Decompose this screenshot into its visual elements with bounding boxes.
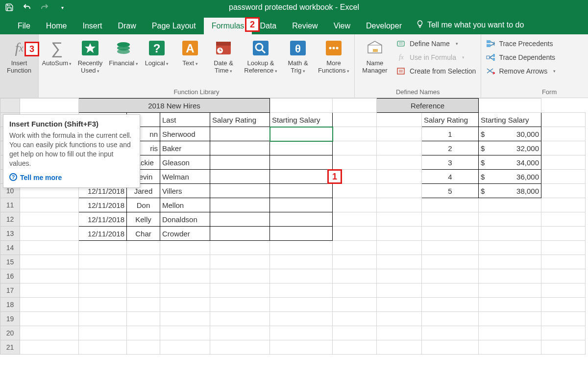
- cell[interactable]: [210, 184, 270, 198]
- name-manager-button[interactable]: Name Manager: [358, 36, 392, 75]
- ref-header-salary[interactable]: Starting Salary: [479, 113, 541, 127]
- recently-used-button[interactable]: Recently Used: [75, 36, 105, 75]
- row-header[interactable]: 20: [0, 326, 20, 340]
- cell[interactable]: [270, 141, 333, 155]
- save-icon[interactable]: [5, 3, 14, 12]
- tab-pagelayout[interactable]: Page Layout: [144, 18, 204, 34]
- cell[interactable]: [270, 227, 333, 241]
- row-header[interactable]: 21: [0, 340, 20, 355]
- cell[interactable]: [210, 155, 270, 170]
- cell[interactable]: $38,000: [479, 184, 541, 198]
- cell[interactable]: [210, 227, 270, 241]
- text-button[interactable]: A Text: [175, 36, 205, 67]
- cell[interactable]: [270, 212, 333, 227]
- cell[interactable]: $32,000: [479, 141, 541, 155]
- cell[interactable]: 5: [422, 184, 479, 198]
- redo-icon[interactable]: [40, 3, 49, 12]
- tab-developer[interactable]: Developer: [358, 18, 410, 34]
- lookup-reference-button[interactable]: Lookup & Reference: [242, 36, 280, 75]
- cell[interactable]: 12/11/2018: [79, 198, 127, 212]
- cell[interactable]: [210, 127, 270, 141]
- date-time-button[interactable]: Date & Time: [208, 36, 239, 75]
- cell[interactable]: [270, 184, 333, 198]
- trace-precedents-button[interactable]: Trace Precedents: [484, 38, 558, 49]
- cell[interactable]: Sherwood: [160, 127, 210, 141]
- tooltip-body: Work with the formula in the current cel…: [9, 131, 134, 168]
- cell[interactable]: Gleason: [160, 155, 210, 170]
- cell[interactable]: [210, 170, 270, 184]
- cell[interactable]: $34,000: [479, 155, 541, 170]
- row-header[interactable]: 13: [0, 227, 20, 241]
- svg-text:?: ?: [12, 174, 15, 180]
- header-starting-salary[interactable]: Starting Salary: [270, 113, 333, 127]
- cell[interactable]: 12/11/2018: [79, 212, 127, 227]
- header-last[interactable]: Last: [160, 113, 210, 127]
- cell[interactable]: Baker: [160, 141, 210, 155]
- help-icon: ?: [9, 173, 17, 182]
- use-in-formula-button[interactable]: fx Use in Formula▾: [395, 52, 478, 63]
- more-functions-button[interactable]: More Functions: [316, 36, 351, 75]
- row-header[interactable]: 12: [0, 212, 20, 227]
- selected-cell[interactable]: [270, 127, 333, 141]
- autosum-button[interactable]: ∑ AutoSum: [42, 36, 72, 67]
- logical-button[interactable]: ? Logical: [142, 36, 172, 67]
- create-from-selection-button[interactable]: Create from Selection: [395, 66, 478, 77]
- lightbulb-icon: [416, 20, 424, 30]
- callout-1: 1: [327, 169, 342, 184]
- row-header[interactable]: [0, 99, 20, 113]
- tell-me-search[interactable]: Tell me what you want to do: [410, 16, 530, 34]
- row-header[interactable]: 15: [0, 255, 20, 269]
- letter-a-icon: A: [180, 38, 200, 58]
- cell[interactable]: 1: [422, 127, 479, 141]
- row-header[interactable]: 17: [0, 283, 20, 298]
- cell[interactable]: $36,000: [479, 170, 541, 184]
- reference-title[interactable]: Reference: [377, 99, 479, 113]
- cell[interactable]: Crowder: [160, 227, 210, 241]
- cell[interactable]: 4: [422, 170, 479, 184]
- star-icon: [80, 38, 100, 58]
- cell[interactable]: [270, 155, 333, 170]
- tab-insert[interactable]: Insert: [74, 18, 110, 34]
- undo-icon[interactable]: [23, 3, 31, 12]
- cell[interactable]: Welman: [160, 170, 210, 184]
- hires-title[interactable]: 2018 New Hires: [79, 99, 270, 113]
- cell[interactable]: [210, 198, 270, 212]
- cell[interactable]: [210, 141, 270, 155]
- tab-draw[interactable]: Draw: [110, 18, 144, 34]
- cell[interactable]: Kelly: [127, 212, 160, 227]
- cell[interactable]: $30,000: [479, 127, 541, 141]
- row-header[interactable]: 14: [0, 241, 20, 255]
- cell[interactable]: 2: [422, 141, 479, 155]
- define-name-button[interactable]: Define Name▾: [395, 38, 478, 49]
- ref-header-rating[interactable]: Salary Rating: [422, 113, 479, 127]
- insert-function-tooltip: Insert Function (Shift+F3) Work with the…: [3, 114, 140, 188]
- customize-qat-icon[interactable]: ▾: [58, 3, 67, 12]
- cell[interactable]: Mellon: [160, 198, 210, 212]
- row-header[interactable]: 16: [0, 269, 20, 283]
- cell[interactable]: [270, 170, 333, 184]
- row-header[interactable]: 19: [0, 312, 20, 326]
- row-header[interactable]: 18: [0, 298, 20, 312]
- financial-button[interactable]: Financial: [108, 36, 139, 67]
- cell[interactable]: Villers: [160, 184, 210, 198]
- row-header[interactable]: 11: [0, 198, 20, 212]
- svg-rect-27: [487, 40, 490, 43]
- tab-file[interactable]: File: [10, 18, 38, 34]
- tab-view[interactable]: View: [326, 18, 358, 34]
- cell[interactable]: Donaldson: [160, 212, 210, 227]
- cell[interactable]: Char: [127, 227, 160, 241]
- cell[interactable]: Don: [127, 198, 160, 212]
- cell[interactable]: [270, 198, 333, 212]
- cell[interactable]: 3: [422, 155, 479, 170]
- svg-rect-30: [487, 56, 490, 59]
- remove-arrows-button[interactable]: Remove Arrows▾: [484, 66, 558, 77]
- tab-review[interactable]: Review: [284, 18, 325, 34]
- cell[interactable]: [210, 212, 270, 227]
- cell[interactable]: 12/11/2018: [79, 227, 127, 241]
- trace-dependents-button[interactable]: Trace Dependents: [484, 52, 558, 63]
- math-trig-button[interactable]: θ Math & Trig: [283, 36, 313, 75]
- svg-rect-10: [216, 42, 231, 46]
- tell-me-more-link[interactable]: ? Tell me more: [9, 173, 134, 182]
- tab-home[interactable]: Home: [38, 18, 75, 34]
- header-salary-rating[interactable]: Salary Rating: [210, 113, 270, 127]
